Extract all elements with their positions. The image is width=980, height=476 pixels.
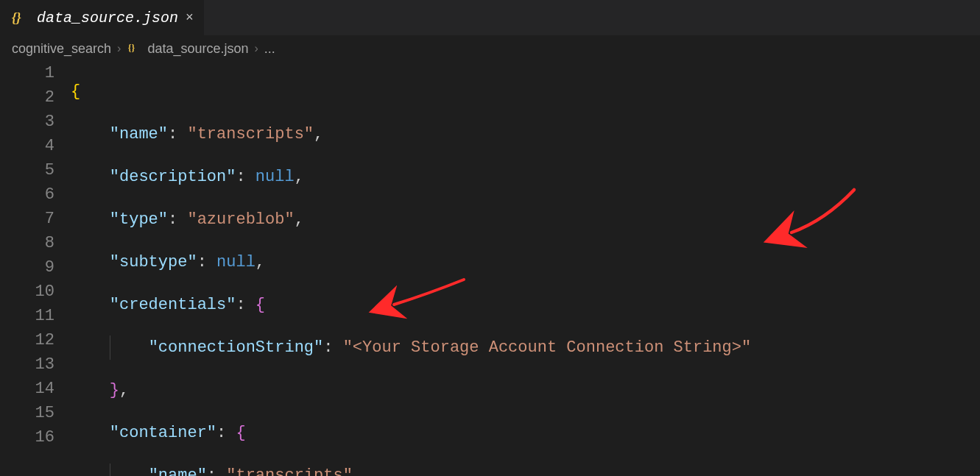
- line-number: 2: [0, 85, 54, 110]
- chevron-right-icon: ›: [255, 42, 258, 55]
- line-number: 14: [0, 377, 54, 401]
- line-number: 9: [0, 255, 54, 280]
- json-braces-icon: {}: [127, 41, 141, 56]
- json-key: "type": [110, 210, 168, 229]
- tab-bar: {} data_source.json ×: [0, 0, 980, 36]
- line-number: 6: [0, 182, 54, 207]
- brace-close: }: [110, 381, 119, 399]
- json-string: "<Your Storage Account Connection String…: [343, 338, 752, 357]
- code-line: "description": null,: [71, 165, 980, 189]
- json-key: "name": [149, 466, 207, 476]
- line-number: 16: [0, 425, 54, 450]
- tab-data-source-json[interactable]: {} data_source.json ×: [0, 0, 204, 35]
- breadcrumb: cognitive_search › {} data_source.json ›…: [0, 36, 980, 61]
- breadcrumb-item-folder[interactable]: cognitive_search: [12, 41, 111, 57]
- json-string: "azureblob": [187, 210, 294, 229]
- json-string: "transcripts": [226, 466, 353, 476]
- brace-open: {: [255, 296, 265, 314]
- line-number: 15: [0, 401, 54, 425]
- json-key: "container": [110, 424, 216, 442]
- code-editor[interactable]: 1 2 3 4 5 6 7 8 9 10 11 12 13 14 15 16 {…: [0, 61, 980, 476]
- chevron-right-icon: ›: [117, 42, 121, 55]
- json-null: null: [255, 168, 295, 186]
- line-number: 1: [0, 61, 54, 85]
- line-number: 4: [0, 134, 54, 158]
- json-string: "transcripts": [187, 125, 314, 143]
- breadcrumb-item-file[interactable]: data_source.json: [147, 41, 248, 57]
- json-key: "description": [110, 168, 236, 186]
- json-key: "name": [110, 125, 168, 143]
- code-line: "credentials": {: [71, 293, 980, 317]
- tab-filename: data_source.json: [37, 10, 178, 26]
- line-number: 5: [0, 158, 54, 182]
- code-line: "connectionString": "<Your Storage Accou…: [71, 335, 980, 360]
- code-line: "name": "transcripts",: [71, 122, 980, 146]
- brace-open: {: [71, 82, 80, 101]
- svg-text:{}: {}: [12, 10, 21, 25]
- line-number: 12: [0, 328, 54, 352]
- svg-text:{}: {}: [128, 43, 135, 53]
- brace-open: {: [236, 424, 245, 442]
- json-key: "connectionString": [149, 338, 324, 357]
- json-key: "subtype": [110, 253, 197, 271]
- line-number: 7: [0, 207, 54, 231]
- breadcrumb-item-symbol[interactable]: ...: [264, 41, 275, 57]
- json-key: "credentials": [110, 296, 236, 314]
- code-line: "container": {: [71, 421, 980, 445]
- code-line: "name": "transcripts",: [71, 463, 980, 476]
- code-content[interactable]: { "name": "transcripts", "description": …: [71, 61, 980, 476]
- line-number-gutter: 1 2 3 4 5 6 7 8 9 10 11 12 13 14 15 16: [0, 61, 71, 476]
- json-braces-icon: {}: [10, 8, 29, 27]
- line-number: 3: [0, 110, 54, 134]
- line-number: 10: [0, 280, 54, 304]
- code-line: "type": "azureblob",: [71, 207, 980, 232]
- code-line: },: [71, 378, 980, 402]
- line-number: 8: [0, 231, 54, 255]
- code-line: {: [71, 79, 980, 104]
- line-number: 11: [0, 304, 54, 328]
- line-number: 13: [0, 352, 54, 377]
- json-null: null: [216, 253, 255, 271]
- close-icon[interactable]: ×: [186, 10, 194, 25]
- code-line: "subtype": null,: [71, 250, 980, 274]
